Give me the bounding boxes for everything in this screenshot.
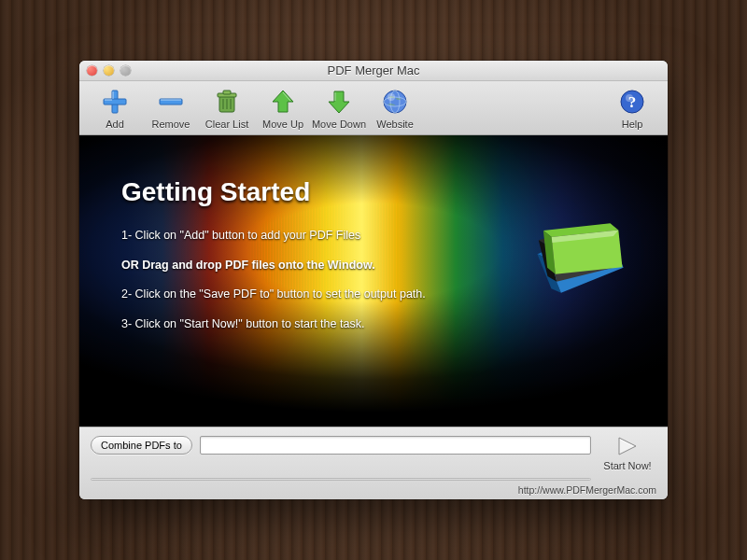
clear-list-label: Clear List bbox=[205, 119, 248, 130]
app-window: PDF Merger Mac Add Remove Clear List M bbox=[79, 61, 668, 499]
minimize-icon[interactable] bbox=[104, 65, 114, 76]
or-text: OR Drag and drop PDF files onto the Wind… bbox=[121, 258, 500, 274]
remove-button[interactable]: Remove bbox=[143, 83, 199, 133]
website-url-text: http://www.PDFMergerMac.com bbox=[91, 484, 656, 496]
titlebar[interactable]: PDF Merger Mac bbox=[79, 61, 668, 81]
step-1-text: 1- Click on "Add" button to add your PDF… bbox=[121, 228, 500, 245]
close-icon[interactable] bbox=[87, 65, 97, 76]
progress-bar bbox=[91, 478, 591, 481]
start-now-button[interactable] bbox=[615, 436, 640, 458]
help-label: Help bbox=[622, 119, 643, 130]
arrow-up-icon bbox=[268, 87, 298, 117]
page-title: Getting Started bbox=[121, 177, 500, 207]
step-3-text: 3- Click on "Start Now!" button to start… bbox=[121, 316, 500, 333]
combine-pdfs-to-button[interactable]: Combine PDFs to bbox=[91, 436, 192, 455]
zoom-icon[interactable] bbox=[120, 65, 131, 76]
globe-icon bbox=[380, 87, 410, 117]
website-label: Website bbox=[376, 119, 414, 130]
move-down-label: Move Down bbox=[312, 119, 366, 130]
getting-started-panel: Getting Started 1- Click on "Add" button… bbox=[121, 177, 500, 345]
svg-point-12 bbox=[384, 91, 406, 113]
remove-label: Remove bbox=[152, 119, 190, 130]
arrow-down-icon bbox=[324, 87, 354, 117]
toolbar: Add Remove Clear List Move Up Move Down bbox=[79, 81, 668, 135]
svg-point-15 bbox=[388, 93, 395, 101]
books-illustration-icon bbox=[523, 191, 635, 305]
add-label: Add bbox=[106, 119, 124, 130]
play-icon bbox=[615, 436, 640, 456]
bottom-bar: Combine PDFs to Start Now! http://www.PD… bbox=[79, 427, 668, 499]
traffic-lights bbox=[87, 65, 131, 76]
help-button[interactable]: ? Help bbox=[604, 83, 660, 133]
content-area[interactable]: Getting Started 1- Click on "Add" button… bbox=[79, 135, 668, 427]
website-button[interactable]: Website bbox=[367, 83, 423, 133]
window-title: PDF Merger Mac bbox=[79, 63, 668, 77]
output-path-input[interactable] bbox=[200, 436, 591, 455]
move-up-button[interactable]: Move Up bbox=[255, 83, 311, 133]
trash-icon bbox=[212, 87, 242, 117]
clear-list-button[interactable]: Clear List bbox=[199, 83, 255, 133]
help-icon: ? bbox=[617, 87, 647, 117]
move-up-label: Move Up bbox=[262, 119, 303, 130]
move-down-button[interactable]: Move Down bbox=[311, 83, 367, 133]
minus-icon bbox=[156, 87, 186, 117]
step-2-text: 2- Click on the "Save PDF to" button to … bbox=[121, 287, 500, 303]
plus-icon bbox=[100, 87, 130, 117]
svg-text:?: ? bbox=[628, 93, 637, 111]
svg-rect-8 bbox=[223, 91, 231, 94]
start-now-label: Start Now! bbox=[603, 460, 651, 471]
add-button[interactable]: Add bbox=[87, 83, 143, 133]
